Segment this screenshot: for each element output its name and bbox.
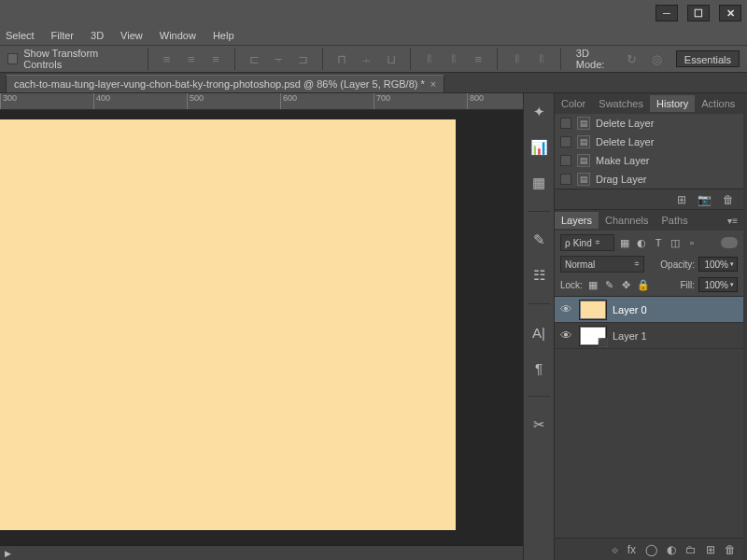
info-panel-icon[interactable]: ▦ — [528, 172, 550, 194]
delete-state-icon[interactable]: 🗑 — [723, 193, 734, 206]
menu-select[interactable]: Select — [6, 30, 35, 41]
divider — [528, 396, 550, 397]
align-icon[interactable]: ≡ — [157, 49, 176, 69]
visibility-toggle-icon[interactable]: 👁 — [558, 302, 573, 316]
lock-pixels-icon[interactable]: ✎ — [603, 278, 616, 291]
lock-all-icon[interactable]: 🔒 — [637, 278, 650, 291]
menu-window[interactable]: Window — [160, 30, 196, 41]
workspace-switcher[interactable]: Essentials — [676, 50, 740, 67]
menu-view[interactable]: View — [120, 30, 143, 41]
tab-layers[interactable]: Layers — [555, 212, 599, 229]
link-layers-icon[interactable]: ⟐ — [612, 543, 618, 556]
adjustment-layer-icon[interactable]: ◐ — [667, 543, 676, 556]
show-transform-checkbox[interactable] — [7, 53, 18, 64]
divider — [528, 303, 550, 304]
filter-toggle[interactable] — [721, 237, 738, 248]
group-icon[interactable]: 🗀 — [685, 543, 697, 556]
align-icon[interactable]: ≡ — [206, 49, 225, 69]
lock-transparency-icon[interactable]: ▦ — [586, 278, 599, 291]
history-item[interactable]: ▤Delete Layer — [555, 114, 743, 133]
show-transform-label: Show Transform Controls — [23, 48, 130, 70]
history-snapshot-checkbox[interactable] — [560, 174, 571, 185]
animation-play-icon[interactable]: ▶ — [0, 546, 15, 561]
delete-layer-icon[interactable]: 🗑 — [725, 543, 736, 556]
lock-position-icon[interactable]: ✥ — [620, 278, 633, 291]
layer-thumbnail[interactable] — [579, 300, 607, 320]
visibility-toggle-icon[interactable]: 👁 — [558, 329, 573, 343]
minimize-button[interactable]: ─ — [655, 5, 678, 21]
3d-orbit-icon[interactable]: ↻ — [623, 49, 641, 69]
layer-thumbnail[interactable] — [579, 326, 607, 346]
maximize-button[interactable]: ☐ — [687, 5, 710, 21]
filter-smart-icon[interactable]: ▫ — [685, 236, 698, 249]
filter-type-icon[interactable]: T — [652, 236, 665, 249]
layers-footer: ⟐ fx ◯ ◐ 🗀 ⊞ 🗑 — [555, 538, 743, 560]
brush-panel-icon[interactable]: ✎ — [528, 229, 550, 251]
distribute-icon[interactable]: ⦀ — [532, 49, 551, 69]
history-snapshot-checkbox[interactable] — [560, 136, 571, 147]
distribute-icon[interactable]: ⦀ — [444, 49, 463, 69]
menu-filter[interactable]: Filter — [51, 30, 74, 41]
layer-row[interactable]: 👁 Layer 0 — [555, 297, 743, 323]
close-tab-icon[interactable]: × — [430, 78, 436, 90]
separator — [560, 48, 561, 70]
history-item[interactable]: ▤Delete Layer — [555, 133, 743, 151]
separator — [497, 48, 498, 70]
history-item[interactable]: ▤Make Layer — [555, 151, 743, 170]
document-tab[interactable]: cach-to-mau-tung-layer-vung-chon-bat-ky-… — [6, 75, 444, 92]
filter-pixel-icon[interactable]: ▦ — [618, 236, 631, 249]
align-icon[interactable]: ≡ — [182, 49, 201, 69]
history-snapshot-checkbox[interactable] — [560, 118, 571, 129]
layer-kind-filter[interactable]: ρKind≑ — [560, 234, 614, 251]
layer-name[interactable]: Layer 0 — [613, 304, 647, 315]
blend-mode-dropdown[interactable]: Normal≑ — [560, 256, 644, 273]
character-panel-icon[interactable]: A| — [528, 321, 550, 343]
menu-help[interactable]: Help — [213, 30, 234, 41]
filter-adjust-icon[interactable]: ◐ — [635, 236, 648, 249]
tab-color[interactable]: Color — [555, 95, 592, 112]
canvas[interactable] — [0, 119, 456, 530]
panel-menu-icon[interactable]: ▾≡ — [722, 216, 743, 226]
histogram-panel-icon[interactable]: 📊 — [528, 136, 550, 159]
create-document-from-state-icon[interactable]: ⊞ — [677, 193, 686, 206]
distribute-icon[interactable]: ⦀ — [420, 49, 439, 69]
layer-style-icon[interactable]: fx — [627, 543, 636, 556]
paragraph-panel-icon[interactable]: ¶ — [528, 357, 550, 379]
tab-history[interactable]: History — [650, 95, 695, 112]
align-left-icon[interactable]: ⊏ — [245, 49, 263, 69]
new-layer-icon[interactable]: ⊞ — [706, 543, 715, 556]
history-step-icon: ▤ — [577, 154, 590, 167]
close-button[interactable]: ✕ — [719, 5, 741, 21]
layer-name[interactable]: Layer 1 — [613, 330, 647, 342]
fill-input[interactable]: 100%▾ — [698, 277, 738, 292]
layer-mask-icon[interactable]: ◯ — [645, 543, 657, 556]
horizontal-scrollbar[interactable]: ▶ — [0, 545, 523, 560]
ruler-mark: 500 — [187, 93, 280, 109]
navigator-panel-icon[interactable]: ✦ — [528, 101, 550, 123]
align-bottom-icon[interactable]: ⊔ — [381, 49, 400, 69]
filter-shape-icon[interactable]: ◫ — [669, 236, 682, 249]
history-snapshot-checkbox[interactable] — [560, 155, 571, 166]
3d-roll-icon[interactable]: ◎ — [647, 49, 666, 69]
align-center-icon[interactable]: ⫟ — [269, 49, 288, 69]
align-middle-icon[interactable]: ⫠ — [357, 49, 375, 69]
tab-channels[interactable]: Channels — [599, 212, 655, 229]
tab-paths[interactable]: Paths — [655, 212, 695, 229]
history-item-label: Delete Layer — [596, 118, 654, 129]
layer-row[interactable]: 👁 Layer 1 — [555, 323, 743, 349]
menu-3d[interactable]: 3D — [91, 30, 104, 41]
distribute-icon[interactable]: ⦀ — [507, 49, 526, 69]
brush-presets-icon[interactable]: ☷ — [528, 264, 550, 287]
tab-actions[interactable]: Actions — [695, 95, 741, 112]
align-right-icon[interactable]: ⊐ — [294, 49, 313, 69]
history-item[interactable]: ▤Drag Layer — [555, 170, 743, 189]
layer-list: 👁 Layer 0 👁 Layer 1 — [555, 297, 743, 538]
opacity-input[interactable]: 100%▾ — [698, 257, 738, 272]
properties-panel-icon[interactable]: ✂ — [528, 413, 550, 436]
tab-swatches[interactable]: Swatches — [592, 95, 650, 112]
distribute-icon[interactable]: ≡ — [469, 49, 487, 69]
create-snapshot-icon[interactable]: 📷 — [698, 193, 712, 206]
canvas-area[interactable] — [0, 110, 523, 560]
layers-panel-tabs: Layers Channels Paths ▾≡ — [555, 210, 743, 231]
align-top-icon[interactable]: ⊓ — [332, 49, 351, 69]
